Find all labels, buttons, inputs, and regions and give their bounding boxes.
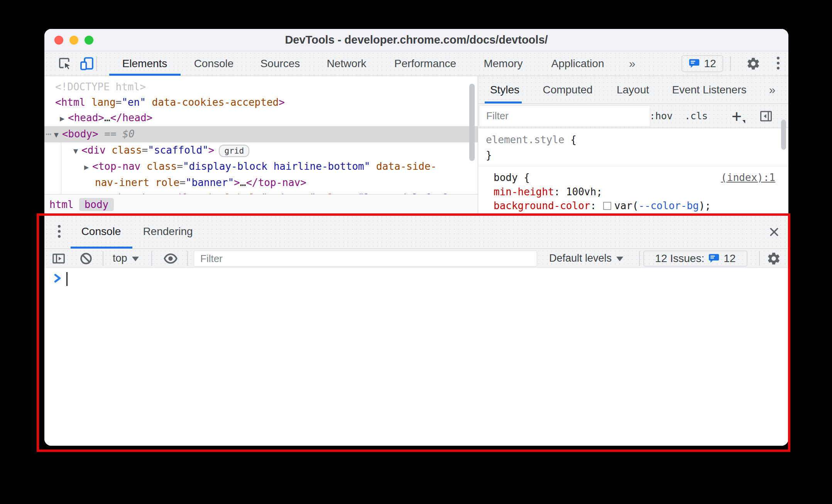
tk-eq: =	[179, 177, 186, 188]
tab-layout[interactable]: Layout	[617, 76, 649, 103]
tab-application[interactable]: Application	[551, 51, 604, 76]
tk-attr: class	[112, 144, 142, 156]
tk-plain	[140, 161, 147, 172]
minimize-window-button[interactable]	[69, 36, 78, 44]
drawer-tab-rendering[interactable]: Rendering	[143, 215, 193, 249]
tk-arr: ▶	[60, 111, 64, 126]
console-prompt-input[interactable]	[61, 269, 781, 292]
tk-tag: <head	[68, 112, 98, 123]
log-levels-dropdown[interactable]: Default levels	[549, 249, 623, 267]
tk-tag: <html	[55, 96, 85, 108]
tk-dark: {	[565, 134, 577, 145]
rule-selector: body {	[486, 172, 530, 183]
styles-scrollbar[interactable]	[781, 120, 786, 150]
new-style-rule-button[interactable]: +	[732, 104, 741, 128]
body-selector-line: body { (index):1	[478, 170, 788, 185]
tab-memory[interactable]: Memory	[484, 51, 523, 76]
code-line[interactable]: nav-inert role="banner">…</top-nav>	[44, 175, 478, 190]
tab-console[interactable]: Console	[194, 51, 234, 76]
tk-dark: :	[554, 186, 566, 198]
toolbar-separator	[730, 56, 731, 71]
console-issues-button[interactable]: 12 Issues: 12	[643, 250, 747, 267]
elements-panel: <!DOCTYPE html><html lang="en" data-cook…	[44, 76, 478, 215]
drawer-tab-console[interactable]: Console	[81, 215, 121, 249]
tk-tag: </head>	[110, 112, 153, 123]
tk-tag: </top-nav>	[246, 177, 306, 188]
console-prompt-icon	[53, 273, 62, 283]
drawer-menu-icon[interactable]	[58, 225, 61, 238]
drawer-tabbar: Console Rendering	[44, 215, 788, 249]
stylesheet-source-link[interactable]: (index):1	[721, 170, 775, 185]
element-class-button[interactable]: .cls	[685, 104, 708, 128]
styles-tabbar: Styles Computed Layout Event Listeners »	[478, 76, 788, 104]
console-sidebar-toggle-icon[interactable]	[51, 250, 67, 267]
breadcrumb: html body	[44, 194, 478, 215]
issues-count-button[interactable]: 12	[681, 55, 723, 72]
code-line[interactable]: element.style {	[486, 132, 788, 147]
tk-attr: data-cookies-accepted	[152, 96, 279, 108]
tab-computed[interactable]: Computed	[543, 76, 592, 103]
device-toolbar-icon[interactable]	[79, 56, 95, 72]
issues-chat-icon	[688, 58, 700, 69]
console-settings-gear-icon[interactable]	[766, 250, 782, 267]
tk-val: "en"	[122, 96, 146, 108]
devtools-tabbar: Elements Console Sources Network Perform…	[44, 51, 788, 76]
tk-dark: ;	[596, 186, 602, 198]
tk-plain	[370, 161, 376, 172]
console-filter-input[interactable]	[194, 250, 537, 267]
tk-gray: <!DOCTYPE html>	[55, 81, 146, 93]
close-drawer-icon[interactable]	[767, 225, 781, 239]
tk-dark: …	[240, 177, 246, 188]
elements-scrollbar[interactable]	[469, 84, 475, 161]
zoom-window-button[interactable]	[85, 36, 93, 44]
close-window-button[interactable]	[54, 36, 63, 44]
code-line[interactable]: <html lang="en" data-cookies-accepted>	[44, 95, 478, 110]
tk-val: "display-block hairline-bottom"	[183, 161, 370, 172]
toolbar-separator	[96, 56, 97, 71]
styles-filter-input[interactable]	[479, 105, 650, 127]
tk-dark: 100vh	[566, 186, 596, 198]
tk-arr: ▶	[84, 159, 89, 175]
traffic-lights	[54, 36, 93, 44]
tab-performance[interactable]: Performance	[394, 51, 456, 76]
tab-elements[interactable]: Elements	[122, 51, 167, 76]
breadcrumb-html[interactable]: html	[49, 199, 74, 210]
live-expression-eye-icon[interactable]	[162, 250, 179, 267]
settings-gear-icon[interactable]	[745, 56, 761, 72]
more-styles-tabs-icon[interactable]: »	[769, 76, 776, 103]
selected-tab-underline	[109, 74, 181, 76]
tk-dark: …	[104, 112, 110, 123]
selected-tab-underline	[485, 101, 522, 103]
inspect-element-icon[interactable]	[57, 56, 73, 72]
code-line[interactable]: ⋯▼<body> == $0	[44, 126, 478, 142]
breadcrumb-body[interactable]: body	[79, 198, 114, 211]
tk-tag: <top-nav	[92, 161, 140, 172]
tk-plain	[146, 96, 152, 108]
tab-sources[interactable]: Sources	[260, 51, 300, 76]
css-declarations: min-height: 100vh;background-color: var(…	[478, 185, 788, 215]
code-line[interactable]: background-color: var(--color-bg);	[478, 199, 788, 213]
tk-badge: grid	[219, 145, 249, 157]
tk-val: "banner"	[186, 177, 234, 188]
code-line[interactable]: <!DOCTYPE html>	[44, 79, 478, 95]
pseudo-state-button[interactable]: :hov	[649, 104, 673, 128]
code-line[interactable]: }	[486, 147, 788, 163]
styles-filter-row: :hov .cls +	[478, 104, 788, 128]
code-line[interactable]: ▶<head>…</head>	[44, 110, 478, 126]
toolbar-separator	[187, 251, 188, 266]
more-options-icon[interactable]	[777, 57, 780, 69]
window-title: DevTools - developer.chrome.com/docs/dev…	[285, 34, 548, 46]
tab-network[interactable]: Network	[327, 51, 367, 76]
more-tabs-icon[interactable]: »	[629, 51, 636, 76]
tk-dark: :	[590, 200, 602, 211]
code-line[interactable]: min-height: 100vh;	[478, 185, 788, 199]
tab-event-listeners[interactable]: Event Listeners	[672, 76, 747, 103]
tk-dark: );	[699, 200, 711, 211]
code-line[interactable]: ▶<top-nav class="display-block hairline-…	[44, 159, 478, 175]
code-line[interactable]: ▼<div class="scaffold">grid	[44, 142, 478, 159]
computed-sidebar-toggle-icon[interactable]	[758, 108, 774, 124]
tab-styles[interactable]: Styles	[490, 76, 519, 103]
tk-tag: <body>	[62, 128, 98, 140]
clear-console-icon[interactable]	[78, 251, 94, 266]
context-selector-dropdown[interactable]: top	[113, 249, 139, 267]
